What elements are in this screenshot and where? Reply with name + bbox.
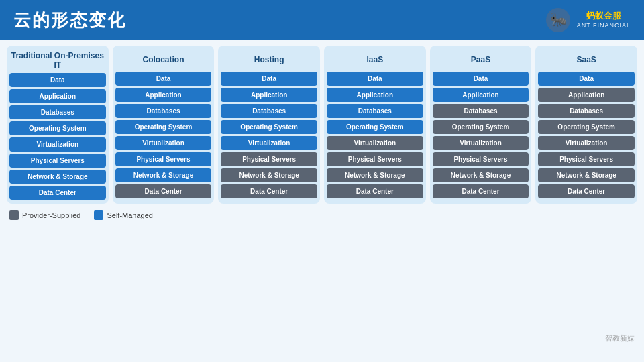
cell-hosting-3: Operating System xyxy=(221,120,317,134)
cell-traditional-2: Databases xyxy=(9,105,106,119)
cell-hosting-4: Virtualization xyxy=(221,136,317,150)
cell-saas-7: Data Center xyxy=(538,184,635,198)
cell-traditional-0: Data xyxy=(9,73,106,87)
column-hosting: HostingDataApplicationDatabasesOperating… xyxy=(218,46,320,204)
legend-provider: Provider-Supplied xyxy=(9,210,80,220)
column-saas: SaaSDataApplicationDatabasesOperating Sy… xyxy=(535,46,637,204)
cell-saas-3: Operating System xyxy=(538,120,635,134)
cell-colocation-3: Operating System xyxy=(115,120,212,134)
columns-grid: Traditional On-Premises ITDataApplicatio… xyxy=(7,46,637,204)
cell-colocation-4: Virtualization xyxy=(115,136,212,150)
cell-iaas-4: Virtualization xyxy=(327,136,423,150)
legend-provider-box xyxy=(9,210,19,220)
cell-paas-3: Operating System xyxy=(433,120,529,134)
cell-colocation-7: Data Center xyxy=(115,184,212,198)
legend-self: Self-Managed xyxy=(94,210,153,220)
main-content: Traditional On-Premises ITDataApplicatio… xyxy=(0,40,644,206)
cell-paas-7: Data Center xyxy=(433,184,529,198)
cell-paas-6: Network & Storage xyxy=(433,168,529,182)
cell-hosting-6: Network & Storage xyxy=(221,168,317,182)
cell-hosting-2: Databases xyxy=(221,104,317,118)
cell-paas-4: Virtualization xyxy=(433,136,529,150)
cell-paas-5: Physical Servers xyxy=(433,152,529,166)
cell-iaas-6: Network & Storage xyxy=(327,168,423,182)
cell-colocation-0: Data xyxy=(115,72,212,86)
col-header-colocation: Colocation xyxy=(142,50,184,70)
cell-saas-0: Data xyxy=(538,72,635,86)
cell-iaas-0: Data xyxy=(327,72,423,86)
page-title: 云的形态变化 xyxy=(13,9,126,32)
cell-iaas-1: Application xyxy=(327,88,423,102)
cell-saas-5: Physical Servers xyxy=(538,152,635,166)
cell-saas-4: Virtualization xyxy=(538,136,635,150)
cell-saas-6: Network & Storage xyxy=(538,168,635,182)
cell-traditional-7: Data Center xyxy=(9,186,106,200)
svg-text:🐜: 🐜 xyxy=(549,11,566,27)
cell-iaas-2: Databases xyxy=(327,104,423,118)
cell-hosting-1: Application xyxy=(221,88,317,102)
cell-paas-0: Data xyxy=(433,72,529,86)
header: 云的形态变化 🐜 蚂蚁金服 ANT FINANCIAL xyxy=(0,0,644,40)
cell-colocation-2: Databases xyxy=(115,104,212,118)
cell-hosting-0: Data xyxy=(221,72,317,86)
cell-paas-1: Application xyxy=(433,88,529,102)
legend-provider-label: Provider-Supplied xyxy=(22,211,80,219)
cell-traditional-4: Virtualization xyxy=(9,137,106,152)
cell-iaas-5: Physical Servers xyxy=(327,152,423,166)
col-header-hosting: Hosting xyxy=(254,50,284,70)
legend: Provider-Supplied Self-Managed xyxy=(0,206,644,224)
col-header-paas: PaaS xyxy=(471,50,490,70)
cell-saas-2: Databases xyxy=(538,104,635,118)
cell-iaas-3: Operating System xyxy=(327,120,423,134)
col-header-iaas: IaaS xyxy=(366,50,383,70)
cell-paas-2: Databases xyxy=(433,104,529,118)
cell-hosting-5: Physical Servers xyxy=(221,152,317,166)
col-header-traditional: Traditional On-Premises IT xyxy=(9,50,106,71)
logo-area: 🐜 蚂蚁金服 ANT FINANCIAL xyxy=(545,7,631,34)
cell-saas-1: Application xyxy=(538,88,635,102)
logo-icon: 🐜 xyxy=(545,7,572,34)
watermark: 智教新媒 xyxy=(605,333,635,343)
cell-colocation-5: Physical Servers xyxy=(115,152,212,166)
column-iaas: IaaSDataApplicationDatabasesOperating Sy… xyxy=(324,46,426,204)
legend-self-label: Self-Managed xyxy=(107,211,153,219)
cell-hosting-7: Data Center xyxy=(221,184,317,198)
cell-colocation-1: Application xyxy=(115,88,212,102)
col-header-saas: SaaS xyxy=(576,50,596,70)
cell-traditional-5: Physical Servers xyxy=(9,154,106,168)
column-paas: PaaSDataApplicationDatabasesOperating Sy… xyxy=(430,46,532,204)
legend-self-box xyxy=(94,210,103,220)
cell-traditional-3: Operating System xyxy=(9,121,106,135)
cell-iaas-7: Data Center xyxy=(327,184,423,198)
cell-traditional-6: Network & Storage xyxy=(9,170,106,184)
column-traditional: Traditional On-Premises ITDataApplicatio… xyxy=(7,46,109,204)
cell-traditional-1: Application xyxy=(9,89,106,103)
logo-text: 蚂蚁金服 ANT FINANCIAL xyxy=(577,11,631,30)
column-colocation: ColocationDataApplicationDatabasesOperat… xyxy=(113,46,215,204)
cell-colocation-6: Network & Storage xyxy=(115,168,212,182)
